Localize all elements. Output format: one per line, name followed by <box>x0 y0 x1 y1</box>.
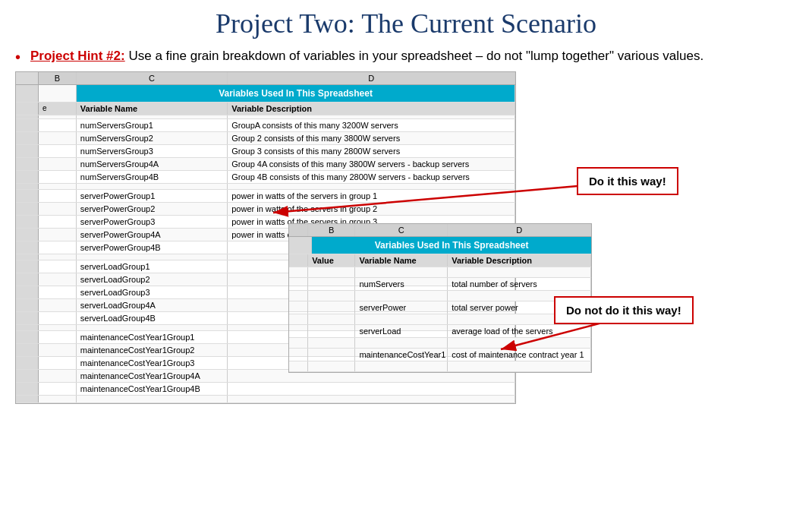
good-spreadsheet-title: Variables Used In This Spreadsheet <box>77 85 515 102</box>
corner-cell <box>16 72 39 84</box>
col-d-header: D <box>228 72 515 84</box>
table-row: serverPowerGroup2 power in watts of the … <box>16 203 515 216</box>
bad-spreadsheet: B C D Variables Used In This Spreadsheet… <box>288 223 592 373</box>
table-row: numServersGroup2 Group 2 consists of thi… <box>16 132 515 145</box>
bad-header-row: Value Variable Name Variable Description <box>289 254 591 267</box>
callout-good: Do it this way! <box>577 167 678 195</box>
table-row: numServersGroup4A Group 4A consists of t… <box>16 158 515 171</box>
table-row: numServersGroup1 GroupA consists of this… <box>16 119 515 132</box>
table-row: maintenanceCostYear1Group4B <box>16 383 515 396</box>
hint-label: Project Hint #2: <box>30 49 125 63</box>
page: Project Two: The Current Scenario Projec… <box>0 0 812 527</box>
table-row: numServersGroup4B Group 4B consists of t… <box>16 171 515 184</box>
good-varname-header: Variable Name <box>77 103 228 115</box>
table-row: numServers total number of servers <box>289 278 591 291</box>
hint-body: Use a fine grain breakdown of variables … <box>128 49 703 63</box>
callout-bad: Do not do it this way! <box>554 296 694 324</box>
good-vardesc-header: Variable Description <box>228 103 515 115</box>
table-row: serverPower total server power <box>289 301 591 314</box>
good-header-row: e Variable Name Variable Description <box>16 103 515 115</box>
bad-spreadsheet-title: Variables Used In This Spreadsheet <box>312 237 591 254</box>
table-row: maintenanceCostYear1 cost of maintenance… <box>289 349 591 361</box>
good-col-headers: B C D <box>16 72 515 85</box>
hint-text: Project Hint #2: Use a fine grain breakd… <box>15 49 797 64</box>
table-row: serverPowerGroup1 power in watts of the … <box>16 190 515 203</box>
table-row: serverLoad average load of the servers <box>289 325 591 338</box>
table-row: numServersGroup3 Group 3 consists of thi… <box>16 145 515 158</box>
col-c-header: C <box>77 72 228 84</box>
good-title-row: Variables Used In This Spreadsheet <box>16 85 515 103</box>
bad-title-row: Variables Used In This Spreadsheet <box>289 237 591 254</box>
bad-col-headers: B C D <box>289 224 591 237</box>
page-title: Project Two: The Current Scenario <box>15 8 797 39</box>
col-b-header: B <box>39 72 77 84</box>
spreadsheet-area: B C D Variables Used In This Spreadsheet… <box>15 71 797 404</box>
